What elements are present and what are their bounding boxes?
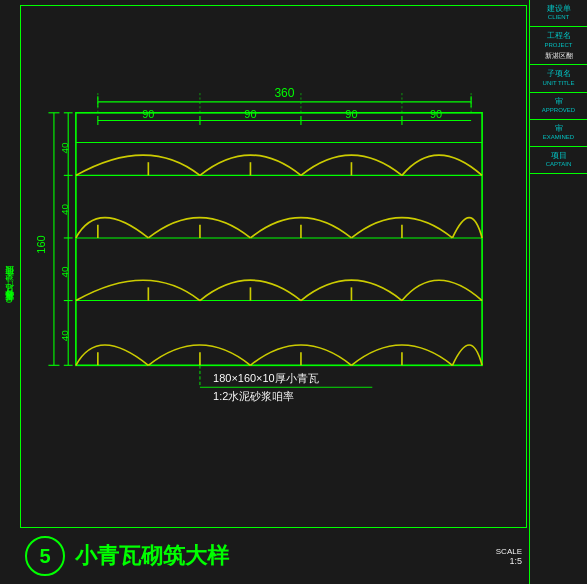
- project-en: PROJECT: [532, 42, 585, 50]
- client-zh: 建设单: [532, 4, 585, 14]
- examined-en: EXAMINED: [532, 134, 585, 142]
- examined-zh: 审: [532, 124, 585, 134]
- dim-40-2: 40: [59, 203, 70, 214]
- approved-en: APPROVED: [532, 107, 585, 115]
- right-section-client: 建设单 CLIENT: [530, 0, 587, 27]
- bottom-title-area: 5 小青瓦砌筑大样 SCALE 1:5: [20, 533, 527, 579]
- main-container: 骨板面骨骨件0件0梁0砖层面5 360: [0, 0, 587, 584]
- right-section-captain: 项目 CAPTAIN: [530, 147, 587, 174]
- project-zh: 工程名: [532, 31, 585, 41]
- right-section-examined: 审 EXAMINED: [530, 120, 587, 147]
- unit-zh: 子项名: [532, 69, 585, 79]
- client-en: CLIENT: [532, 14, 585, 22]
- dim-360: 360: [274, 86, 294, 100]
- dim-90-4: 90: [430, 108, 442, 120]
- unit-en: UNIT TITLE: [532, 80, 585, 88]
- left-strip: 骨板面骨骨件0件0梁0砖层面5: [0, 0, 18, 584]
- right-section-unit: 子项名 UNIT TITLE: [530, 65, 587, 92]
- scale-value: 1:5: [509, 556, 522, 566]
- svg-rect-0: [76, 113, 482, 366]
- scale-area: SCALE 1:5: [496, 547, 522, 566]
- drawing-title: 小青瓦砌筑大样: [75, 541, 486, 571]
- left-strip-text: 骨板面骨骨件0件0梁0砖层面5: [4, 274, 15, 309]
- scale-label: SCALE: [496, 547, 522, 556]
- dim-90-3: 90: [345, 108, 357, 120]
- dim-40-3: 40: [59, 266, 70, 277]
- right-section-project: 工程名 PROJECT 新湛区翻: [530, 27, 587, 65]
- captain-zh: 项目: [532, 151, 585, 161]
- dim-40-4: 40: [59, 330, 70, 341]
- main-drawing-svg: 360 90 90 90 90: [21, 6, 526, 527]
- approved-zh: 审: [532, 97, 585, 107]
- drawing-area: 360 90 90 90 90: [20, 5, 527, 528]
- dim-90-1: 90: [142, 108, 154, 120]
- dim-160: 160: [35, 235, 47, 253]
- right-section-approved: 审 APPROVED: [530, 93, 587, 120]
- captain-en: CAPTAIN: [532, 161, 585, 169]
- annotation1: 180×160×10厚小青瓦: [213, 372, 319, 384]
- right-panel: 建设单 CLIENT 工程名 PROJECT 新湛区翻 子项名 UNIT TIT…: [529, 0, 587, 584]
- drawing-number: 5: [25, 536, 65, 576]
- annotation2: 1:2水泥砂浆咱率: [213, 390, 294, 402]
- dim-40-1: 40: [59, 142, 70, 153]
- center-area: 360 90 90 90 90: [18, 0, 529, 584]
- project-value: 新湛区翻: [532, 51, 585, 60]
- dim-90-2: 90: [244, 108, 256, 120]
